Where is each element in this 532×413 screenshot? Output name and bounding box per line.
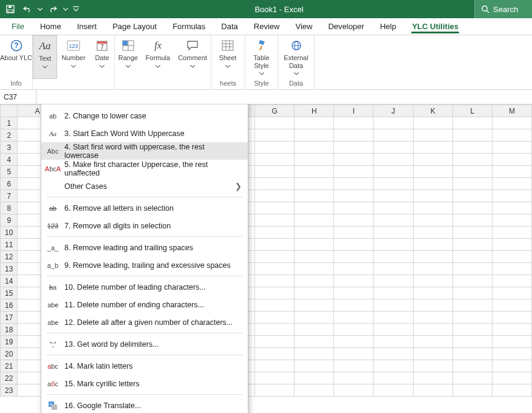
group-data-label: Data [278,79,314,87]
search-box[interactable]: Search [474,0,532,18]
tab-data[interactable]: Data [213,18,245,35]
row-header[interactable]: 7 [1,190,18,202]
row-header[interactable]: 2 [1,129,18,142]
row-header[interactable]: 3 [1,142,18,154]
redo-dropdown-icon[interactable] [63,8,68,11]
formula-button[interactable]: fx Formula [142,35,174,79]
row-header[interactable]: 1 [1,117,18,129]
row-header[interactable]: 14 [1,275,18,287]
row-header[interactable]: 9 [1,214,18,227]
col-header[interactable]: M [492,105,531,117]
svg-text:7: 7 [100,44,104,50]
tab-developer[interactable]: Developer [320,18,372,35]
save-icon[interactable] [4,2,17,16]
col-header[interactable]: J [373,105,413,117]
menu-sentence-case[interactable]: Abc 4. Start first word with uppercase, … [41,142,248,160]
menu-delete-after[interactable]: abc 12. Delete all after a given number … [41,313,248,331]
row-header[interactable]: 8 [1,202,18,214]
remove-letters-icon: ab [47,203,58,213]
row-header[interactable]: 6 [1,178,18,190]
tab-help[interactable]: Help [372,18,404,35]
row-header[interactable]: 20 [1,348,18,360]
row-header[interactable]: 13 [1,263,18,275]
table-style-button[interactable]: Table Style [245,35,278,79]
qat-customize-icon[interactable] [72,2,80,16]
row-header[interactable]: 22 [1,372,18,384]
row-header[interactable]: 23 [1,384,18,397]
range-icon [121,39,135,52]
menu-trim-spaces[interactable]: _a_ 8. Remove leading and trailing space… [41,239,248,256]
redo-button[interactable] [46,2,60,16]
text-button[interactable]: Aa Text [33,35,57,79]
tab-home[interactable]: Home [32,18,69,35]
ribbon-tabs: File Home Insert Page Layout Formulas Da… [0,18,532,35]
col-header[interactable]: G [255,105,295,117]
col-header[interactable]: H [295,105,334,117]
text-icon: Aa [38,39,52,53]
col-header[interactable]: I [334,105,373,117]
row-header[interactable]: 15 [1,287,18,299]
menu-delete-ending[interactable]: abc 11. Delete number of ending characte… [41,296,248,313]
svg-text:G: G [49,402,52,406]
tab-file[interactable]: File [4,18,32,35]
calendar-icon: 7 [95,39,109,52]
menu-delete-leading[interactable]: ba 10. Delete number of leading characte… [41,278,248,296]
tab-view[interactable]: View [287,18,320,35]
row-header[interactable]: 18 [1,324,18,336]
chevron-right-icon: ❯ [235,182,242,191]
del-ending-icon: abc [47,300,58,310]
tab-page-layout[interactable]: Page Layout [104,18,165,35]
external-data-button[interactable]: External Data [278,35,314,79]
row-header[interactable]: 5 [1,166,18,178]
menu-remove-digits[interactable]: 123 7. Remove all digits in selection [41,217,248,234]
select-all-corner[interactable] [1,105,18,117]
svg-rect-22 [259,40,265,45]
titlecase-icon: Aa [47,129,58,138]
about-ylc-button[interactable]: ? About YLC [0,35,32,79]
menu-lower-case[interactable]: ab 2. Change to lower case [41,107,248,125]
row-header[interactable]: 19 [1,336,18,348]
menu-remove-letters[interactable]: ab 6. Remove all letters in selection [41,199,248,217]
row-header[interactable]: 16 [1,299,18,312]
menu-first-upper[interactable]: AbcA 5. Make first character Uppercase, … [41,160,248,177]
group-cells-label [33,79,114,87]
col-header[interactable]: L [452,105,492,117]
worksheet-area[interactable]: A B C D E F G H I J K L M 1 2 3 4 5 6 7 … [0,104,532,413]
tab-ylc-utilities[interactable]: YLC Utilities [404,18,466,35]
row-header[interactable]: 17 [1,312,18,324]
menu-trim-excessive[interactable]: a_b 9. Remove leading, trailing and exce… [41,256,248,274]
row-header[interactable]: 11 [1,239,18,251]
row-header[interactable]: 12 [1,251,18,263]
row-header[interactable]: 10 [1,227,18,239]
undo-dropdown-icon[interactable] [38,8,43,11]
name-box[interactable]: C37 [0,90,36,104]
sheet-button[interactable]: Sheet [211,35,244,79]
chevron-down-icon [190,65,195,68]
row-header[interactable]: 21 [1,360,18,372]
tab-review[interactable]: Review [246,18,288,35]
range-button[interactable]: Range [115,35,142,79]
chevron-down-icon [100,65,104,68]
menu-separator [46,276,243,276]
fx-icon: fx [151,39,165,52]
tab-insert[interactable]: Insert [69,18,105,35]
menu-mark-cyrillic[interactable]: aбc 15. Mark cyrillic letters [41,375,248,392]
first-upper-icon: AbcA [47,164,58,174]
chevron-down-icon [225,65,230,68]
number-button[interactable]: 123 Number [57,35,90,79]
row-header[interactable]: 4 [1,154,18,166]
menu-separator [46,355,243,355]
menu-title-case[interactable]: Aa 3. Start Each Word With Uppercase [41,125,248,142]
menu-other-cases[interactable]: Other Cases ❯ [41,177,248,195]
tab-formulas[interactable]: Formulas [165,18,213,35]
menu-mark-latin[interactable]: abc 14. Mark latin letters [41,357,248,375]
date-button[interactable]: 7 Date [90,35,114,79]
menu-google-translate[interactable]: G 16. Google Translate... [41,397,248,413]
ribbon: ? About YLC Info Aa Text 123 Number 7 Da… [0,35,532,90]
menu-get-word[interactable]: ";" 13. Get word by delimiters... [41,335,248,353]
col-header[interactable]: K [413,105,452,117]
undo-button[interactable] [21,2,34,16]
svg-text:?: ? [14,41,18,50]
search-icon [481,5,489,13]
comment-button[interactable]: Comment [174,35,211,79]
